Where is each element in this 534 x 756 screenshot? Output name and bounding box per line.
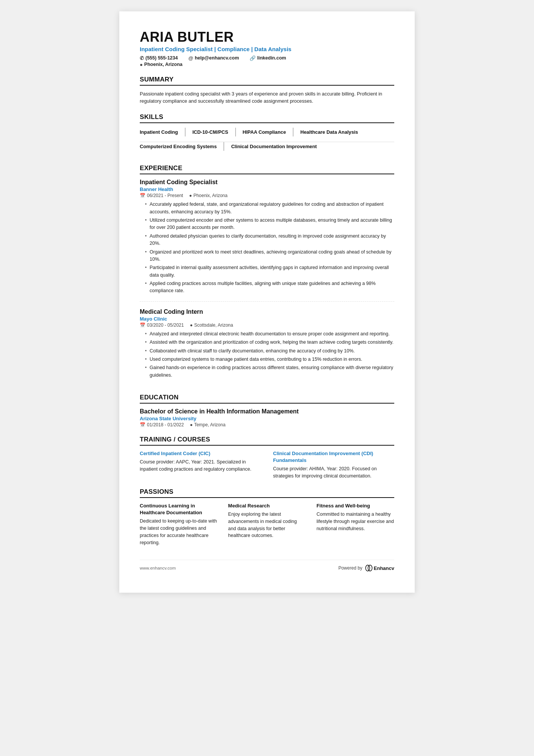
summary-section: SUMMARY Passionate inpatient coding spec…: [140, 76, 394, 105]
edu-dates: 📅 01/2018 - 01/2022: [140, 422, 184, 427]
skills-row-1: Inpatient Coding ICD-10-CM/PCS HIPAA Com…: [140, 128, 394, 142]
skills-section: SKILLS Inpatient Coding ICD-10-CM/PCS HI…: [140, 113, 394, 156]
bullet-item: Accurately applied federal, state, and o…: [145, 201, 394, 216]
passion-item-1: Continuous Learning in Healthcare Docume…: [140, 502, 217, 546]
job-2-title: Medical Coding Intern: [140, 308, 394, 315]
contact-row: ✆ (555) 555-1234 @ help@enhancv.com 🔗 li…: [140, 55, 394, 61]
job-2-company: Mayo Clinic: [140, 316, 394, 322]
bullet-item: Utilized computerized encoder and other …: [145, 217, 394, 232]
passions-section: PASSIONS Continuous Learning in Healthca…: [140, 488, 394, 546]
location-pin-icon: ●: [189, 193, 192, 198]
skills-title: SKILLS: [140, 113, 394, 123]
training-2-desc: Course provider: AHIMA, Year: 2020. Focu…: [273, 465, 394, 480]
svg-point-0: [365, 565, 370, 571]
training-title: TRAINING / COURSES: [140, 436, 394, 446]
skill-encoding-systems: Computerized Encoding Systems: [140, 142, 224, 151]
experience-title: EXPERIENCE: [140, 164, 394, 174]
training-1-title: Certified Inpatient Coder (CIC): [140, 450, 261, 457]
edu-school: Arizona State University: [140, 416, 394, 421]
passion-item-3: Fitness and Well-being Committed to main…: [317, 502, 394, 546]
link-icon: 🔗: [250, 55, 256, 61]
footer-website: www.enhancv.com: [140, 566, 176, 570]
bullet-item: Assisted with the organization and prior…: [145, 339, 394, 346]
location-text: Phoenix, Arizona: [144, 62, 183, 67]
email-address: help@enhancv.com: [195, 55, 239, 61]
job-2-meta: 📅 03/2020 - 05/2021 ● Scottsdale, Arizon…: [140, 322, 394, 328]
passions-grid: Continuous Learning in Healthcare Docume…: [140, 502, 394, 546]
job-1-meta: 📅 06/2021 - Present ● Phoenix, Arizona: [140, 193, 394, 198]
calendar-icon: 📅: [140, 322, 145, 328]
bullet-item: Organized and prioritized work to meet s…: [145, 249, 394, 263]
job-2: Medical Coding Intern Mayo Clinic 📅 03/2…: [140, 308, 394, 385]
education-title: EDUCATION: [140, 394, 394, 404]
passion-1-desc: Dedicated to keeping up-to-date with the…: [140, 518, 217, 546]
passion-3-desc: Committed to maintaining a healthy lifes…: [317, 511, 394, 532]
edu-meta: 📅 01/2018 - 01/2022 ● Tempe, Arizona: [140, 422, 394, 427]
bullet-item: Authored detailed physician queries to c…: [145, 233, 394, 247]
edu-location: ● Tempe, Arizona: [190, 422, 225, 427]
passions-title: PASSIONS: [140, 488, 394, 498]
footer: www.enhancv.com Powered by Enhancv: [140, 560, 394, 572]
phone-contact: ✆ (555) 555-1234: [140, 55, 178, 61]
linkedin-url: linkedin.com: [257, 55, 286, 61]
job-1-dates: 📅 06/2021 - Present: [140, 193, 183, 198]
bullet-item: Analyzed and interpreted clinical electr…: [145, 330, 394, 338]
bullet-item: Gained hands-on experience in coding pra…: [145, 364, 394, 379]
candidate-name: ARIA BUTLER: [140, 30, 394, 45]
location-pin-icon: ●: [190, 322, 192, 328]
summary-title: SUMMARY: [140, 76, 394, 86]
powered-by-text: Powered by: [338, 565, 362, 571]
education-section: EDUCATION Bachelor of Science in Health …: [140, 394, 394, 427]
calendar-icon: 📅: [140, 193, 145, 198]
bullet-item: Collaborated with clinical staff to clar…: [145, 347, 394, 355]
footer-brand: Powered by Enhancv: [338, 564, 394, 572]
calendar-icon: 📅: [140, 422, 145, 427]
job-1-location: ● Phoenix, Arizona: [189, 193, 227, 198]
email-icon: @: [188, 55, 193, 61]
edu-degree: Bachelor of Science in Health Informatio…: [140, 408, 394, 415]
job-1-title: Inpatient Coding Specialist: [140, 179, 394, 186]
job-2-dates: 📅 03/2020 - 05/2021: [140, 322, 184, 328]
job-2-location: ● Scottsdale, Arizona: [190, 322, 233, 328]
skill-clinical-doc: Clinical Documentation Improvement: [231, 142, 323, 151]
passion-1-title: Continuous Learning in Healthcare Docume…: [140, 502, 217, 516]
skill-hipaa: HIPAA Compliance: [243, 128, 294, 136]
passion-3-title: Fitness and Well-being: [317, 502, 394, 509]
skill-inpatient-coding: Inpatient Coding: [140, 128, 186, 136]
job-1-company: Banner Health: [140, 186, 394, 192]
enhancv-logo: Enhancv: [365, 564, 394, 572]
training-2-title: Clinical Documentation Improvement (CDI)…: [273, 450, 394, 464]
training-section: TRAINING / COURSES Certified Inpatient C…: [140, 436, 394, 480]
bullet-item: Used computerized systems to manage pati…: [145, 356, 394, 363]
skill-icd10: ICD-10-CM/PCS: [192, 128, 236, 136]
training-item-2: Clinical Documentation Improvement (CDI)…: [273, 450, 394, 480]
training-grid: Certified Inpatient Coder (CIC) Course p…: [140, 450, 394, 480]
email-contact: @ help@enhancv.com: [188, 55, 239, 61]
location-contact: ● Phoenix, Arizona: [140, 62, 183, 67]
resume-page: ARIA BUTLER Inpatient Coding Specialist …: [119, 11, 415, 593]
job-2-bullets: Analyzed and interpreted clinical electr…: [140, 330, 394, 379]
enhancv-logo-icon: [365, 564, 373, 572]
phone-icon: ✆: [140, 55, 144, 61]
skill-data-analysis: Healthcare Data Analysis: [300, 128, 365, 136]
experience-section: EXPERIENCE Inpatient Coding Specialist B…: [140, 164, 394, 385]
training-item-1: Certified Inpatient Coder (CIC) Course p…: [140, 450, 261, 480]
location-icon: ●: [140, 62, 143, 67]
summary-text: Passionate inpatient coding specialist w…: [140, 90, 394, 105]
location-row: ● Phoenix, Arizona: [140, 62, 394, 67]
candidate-title: Inpatient Coding Specialist | Compliance…: [140, 46, 394, 52]
bullet-item: Participated in internal quality assessm…: [145, 264, 394, 279]
job-1: Inpatient Coding Specialist Banner Healt…: [140, 179, 394, 302]
linkedin-contact[interactable]: 🔗 linkedin.com: [250, 55, 286, 61]
passion-2-title: Medical Research: [228, 502, 306, 509]
training-1-desc: Course provider: AAPC, Year: 2021. Speci…: [140, 459, 261, 473]
location-pin-icon: ●: [190, 422, 192, 427]
skills-grid: Inpatient Coding ICD-10-CM/PCS HIPAA Com…: [140, 128, 394, 156]
phone-number: (555) 555-1234: [145, 55, 178, 61]
header: ARIA BUTLER Inpatient Coding Specialist …: [140, 30, 394, 67]
passion-2-desc: Enjoy exploring the latest advancements …: [228, 511, 306, 539]
bullet-item: Applied coding practices across multiple…: [145, 280, 394, 295]
skills-row-2: Computerized Encoding Systems Clinical D…: [140, 142, 394, 156]
svg-point-1: [368, 565, 372, 571]
passion-item-2: Medical Research Enjoy exploring the lat…: [228, 502, 306, 546]
